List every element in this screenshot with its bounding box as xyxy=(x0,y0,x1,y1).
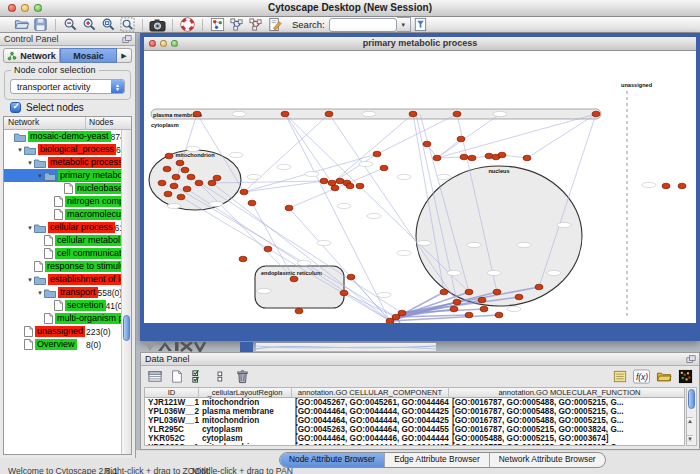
data-panel-float-icon[interactable] xyxy=(686,355,696,366)
network-node[interactable] xyxy=(460,154,468,160)
select-nodes-checkbox[interactable] xyxy=(10,102,21,113)
network-node[interactable] xyxy=(320,178,328,184)
tree-row[interactable]: unassigned223(0) xyxy=(4,325,121,338)
open-file-icon[interactable] xyxy=(12,17,31,32)
network-node[interactable] xyxy=(331,185,339,191)
table-column-header[interactable]: _cellularLayoutRegion xyxy=(199,388,292,398)
tree-scrollbar[interactable] xyxy=(121,130,131,454)
network-node[interactable] xyxy=(468,155,476,161)
network-node[interactable] xyxy=(340,290,348,296)
select-attributes-icon[interactable] xyxy=(190,369,207,385)
network-node[interactable] xyxy=(281,111,289,117)
tree-row[interactable]: ▼cellular process614(0) xyxy=(4,221,121,234)
network-node[interactable] xyxy=(295,308,303,314)
network-node[interactable] xyxy=(187,174,195,180)
table-scrollbar-thumb[interactable] xyxy=(688,389,695,409)
table-column-header[interactable]: annotation.GO MOLECULAR_FUNCTION xyxy=(449,388,685,398)
network-node[interactable] xyxy=(176,160,184,166)
zoom-fit-icon[interactable] xyxy=(99,17,118,32)
network-node[interactable] xyxy=(165,153,173,159)
network-node[interactable] xyxy=(495,312,503,318)
scroll-down-arrow[interactable]: ▼ xyxy=(687,435,693,442)
network-node[interactable] xyxy=(177,194,185,200)
network-edge[interactable] xyxy=(244,114,329,192)
network-node[interactable] xyxy=(193,111,201,117)
float-panel-icon[interactable] xyxy=(122,35,132,46)
network-node[interactable] xyxy=(158,180,166,186)
network-edge[interactable] xyxy=(244,181,324,192)
expander-triangle-icon[interactable]: ▼ xyxy=(36,173,44,179)
network-edge[interactable] xyxy=(437,114,500,158)
expander-triangle-icon[interactable]: ▼ xyxy=(36,290,44,296)
network-node[interactable] xyxy=(493,289,501,295)
table-column-header[interactable]: annotation.GO CELLULAR_COMPONENT xyxy=(292,388,449,398)
network-node[interactable] xyxy=(325,111,333,117)
help-lifesaver-icon[interactable] xyxy=(178,17,197,32)
network-node[interactable] xyxy=(239,256,247,262)
expander-triangle-icon[interactable]: ▼ xyxy=(26,160,34,166)
search-dropdown-arrow[interactable]: ▼ xyxy=(397,17,411,32)
network-node[interactable] xyxy=(478,297,486,303)
network-node[interactable] xyxy=(465,289,473,295)
network-node[interactable] xyxy=(172,174,180,180)
network-node[interactable] xyxy=(213,175,221,181)
table-row[interactable]: YDR039C__1mitochondrion[GO:0044464, GO:0… xyxy=(145,443,684,446)
tab-network[interactable]: Network xyxy=(3,48,60,63)
vizmapper-icon[interactable] xyxy=(208,17,227,32)
network-node[interactable] xyxy=(346,183,354,189)
table-row[interactable]: YLR295Ccytoplasm[GO:0045263, GO:0044464,… xyxy=(145,425,684,434)
layout-network-blue-icon[interactable] xyxy=(227,17,246,32)
network-canvas[interactable]: plasma membranemitochondrionnucleusendop… xyxy=(144,51,696,323)
load-attributes-folder-icon[interactable] xyxy=(655,369,672,385)
zoom-in-icon[interactable] xyxy=(80,17,99,32)
zoom-out-icon[interactable] xyxy=(61,17,80,32)
save-session-icon[interactable] xyxy=(31,17,50,32)
expander-triangle-icon[interactable]: ▼ xyxy=(16,147,24,153)
network-edge[interactable] xyxy=(527,114,596,158)
tree-row[interactable]: secretion41(0) xyxy=(4,299,121,312)
expander-triangle-icon[interactable]: ▼ xyxy=(26,277,34,283)
search-input[interactable] xyxy=(329,18,397,32)
network-node[interactable] xyxy=(450,306,458,312)
network-node[interactable] xyxy=(480,306,488,312)
network-node[interactable] xyxy=(453,111,461,117)
network-node[interactable] xyxy=(208,180,216,186)
matrix-view-icon[interactable] xyxy=(677,369,694,385)
delete-attribute-trash-icon[interactable] xyxy=(234,369,251,385)
network-node[interactable] xyxy=(465,312,473,318)
network-node[interactable] xyxy=(662,183,670,189)
network-node[interactable] xyxy=(170,183,178,189)
network-node[interactable] xyxy=(290,276,298,282)
tree-row[interactable]: ▼establishment of lo558(0) xyxy=(4,273,121,286)
tree-column-network[interactable]: Network xyxy=(4,117,86,129)
annotation-icon[interactable] xyxy=(265,17,284,32)
network-node[interactable] xyxy=(515,294,523,300)
table-row[interactable]: YJR121W__1mitochondrion[GO:0045267, GO:0… xyxy=(145,398,684,407)
table-row[interactable]: YPL036W__1mitochondrion[GO:0044464, GO:0… xyxy=(145,416,684,425)
tree-row[interactable]: ▼transport558(0) xyxy=(4,286,121,299)
network-view-window[interactable]: primary metabolic process plasma membran… xyxy=(140,33,700,341)
tree-row[interactable]: ▼primary metabo209(... xyxy=(4,169,121,182)
network-node[interactable] xyxy=(423,141,431,147)
network-node[interactable] xyxy=(498,152,506,158)
layout-network-red-icon[interactable] xyxy=(246,17,265,32)
tree-row[interactable]: ▼metabolic process280(0) xyxy=(4,156,121,169)
new-attribute-icon[interactable] xyxy=(168,369,185,385)
network-node[interactable] xyxy=(535,284,543,290)
search-filter-icon[interactable] xyxy=(411,17,430,32)
network-node[interactable] xyxy=(285,205,293,211)
network-edge[interactable] xyxy=(437,139,461,158)
network-window-titlebar[interactable]: primary metabolic process xyxy=(144,37,696,51)
table-column-header[interactable]: ID xyxy=(145,388,199,398)
node-color-dropdown[interactable]: transporter activity ▲▼ xyxy=(10,79,125,94)
tree-column-nodes[interactable]: Nodes xyxy=(86,117,131,129)
snapshot-camera-icon[interactable] xyxy=(148,17,167,32)
network-node[interactable] xyxy=(164,191,172,197)
network-node[interactable] xyxy=(453,299,461,305)
tab-node-attribute-browser[interactable]: Node Attribute Browser xyxy=(280,453,385,467)
tab-mosaic[interactable]: Mosaic xyxy=(60,48,117,63)
network-node[interactable] xyxy=(373,151,381,157)
network-node[interactable] xyxy=(248,200,256,206)
import-attributes-icon[interactable] xyxy=(611,369,628,385)
network-node[interactable] xyxy=(183,186,191,192)
